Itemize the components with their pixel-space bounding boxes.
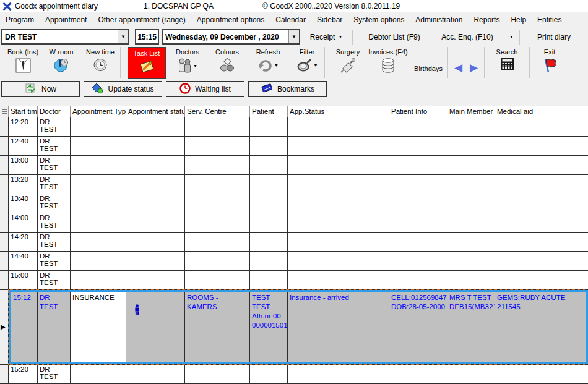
diary-nav: ◀ ▶	[448, 46, 484, 79]
col-patient[interactable]: Patient	[250, 106, 288, 117]
cell-appointment-status	[126, 292, 185, 362]
cell-start-time: 14:40	[9, 252, 38, 270]
menu-calendar[interactable]: Calendar	[270, 15, 311, 24]
toolbar-spacer	[0, 98, 588, 106]
update-status-button[interactable]: Update status	[84, 81, 162, 97]
current-row-marker-icon: ▶	[1, 324, 6, 330]
version-text: © GoodX 2000..2020 Version 8.0.2011.19	[262, 2, 400, 11]
bookmarks-button[interactable]: Bookmarks	[248, 81, 327, 97]
book-ins-button[interactable]: Book (Ins)	[4, 46, 42, 79]
task-list-button[interactable]: Task List	[128, 47, 166, 79]
menu-administration[interactable]: Administration	[410, 15, 468, 24]
next-day-button[interactable]: ▶	[470, 61, 478, 74]
menu-help[interactable]: Help	[505, 15, 532, 24]
new-time-button[interactable]: New time	[80, 46, 120, 79]
goodx-logo-icon	[2, 2, 12, 11]
table-row[interactable]: 13:40 DR TEST	[0, 194, 588, 213]
selected-appointment[interactable]: 15:12 DR TEST INSURANCE ROOMS - KAMERS T…	[9, 290, 588, 364]
table-row[interactable]: 12:20 DR TEST	[0, 117, 588, 137]
diary-grid: Start time Doctor Appointment Type Appoi…	[0, 106, 588, 384]
cell-serv-centre: ROOMS - KAMERS	[185, 292, 250, 362]
date-select-dropdown-icon[interactable]: ▼	[288, 30, 299, 43]
cell-start-time: 14:20	[9, 233, 38, 251]
cell-doctor: DR TEST	[38, 175, 71, 194]
print-diary-button[interactable]: Print diary	[520, 27, 588, 46]
colours-icon	[219, 58, 235, 72]
waiting-room-icon	[53, 58, 70, 73]
cell-doctor: DR TEST	[38, 233, 71, 251]
cell-doctor: DR TEST	[38, 156, 71, 174]
search-button[interactable]: Search	[485, 46, 529, 79]
grid-corner-icon[interactable]	[0, 106, 9, 117]
col-app-status[interactable]: App.Status	[288, 106, 389, 117]
cell-doctor: DR TEST	[38, 137, 71, 155]
waiting-list-button[interactable]: Waiting list	[166, 81, 244, 97]
col-doctor[interactable]: Doctor	[38, 106, 71, 117]
table-row[interactable]: 14:00 DR TEST	[0, 213, 588, 233]
suit-tie-icon	[15, 58, 32, 73]
invoices-stack-icon	[381, 58, 396, 74]
table-row[interactable]: 13:00 DR TEST	[0, 156, 588, 175]
now-button[interactable]: Now	[1, 81, 80, 97]
refresh-dropdown-icon[interactable]: ▼	[274, 63, 279, 67]
doctor-select-dropdown-icon[interactable]: ▼	[118, 30, 128, 43]
syringe-icon	[339, 58, 357, 74]
colours-button[interactable]: Colours	[209, 46, 245, 79]
filter-button[interactable]: Filter ▼	[290, 46, 324, 79]
wroom-button[interactable]: W-room	[42, 46, 80, 79]
table-row[interactable]: 14:40 DR TEST	[0, 252, 588, 271]
menu-other-appointment-range[interactable]: Other appointment (range)	[92, 15, 191, 24]
cell-doctor: DR TEST	[38, 252, 71, 270]
col-appointment-status[interactable]: Appointment status	[126, 106, 185, 117]
table-row[interactable]: 15:00 DR TEST	[0, 271, 588, 290]
cell-doctor: DR TEST	[38, 365, 71, 383]
col-main-member[interactable]: Main Member	[447, 106, 495, 117]
menu-appointment-options[interactable]: Appointment options	[191, 15, 270, 24]
selection-toolbar: DR TEST ▼ 15:15 Wednesday, 09 December ,…	[0, 27, 588, 46]
date-select[interactable]: Wednesday, 09 December , 2020 ▼	[162, 29, 300, 45]
doctors-dropdown-icon[interactable]: ▼	[193, 64, 197, 68]
search-calculator-icon	[500, 58, 514, 70]
waiting-list-clock-icon	[179, 83, 191, 96]
table-row[interactable]: 15:20 DR TEST	[0, 365, 588, 384]
doctor-select[interactable]: DR TEST ▼	[1, 29, 129, 45]
refresh-button[interactable]: Refresh ▼	[250, 46, 286, 79]
acc-enq-button[interactable]: Acc. Enq. (F10) ▼	[436, 27, 519, 46]
menu-program[interactable]: Program	[0, 15, 40, 24]
exit-button[interactable]: Exit	[530, 46, 569, 79]
col-medical-aid[interactable]: Medical aid	[495, 106, 588, 117]
surgery-button[interactable]: Surgery	[330, 46, 366, 79]
menu-bar: Program Appointment Other appointment (r…	[0, 12, 588, 27]
cell-patient-info: CELL:0125698472 DOB:28-05-2000	[389, 292, 447, 362]
time-field[interactable]: 15:15	[135, 29, 159, 45]
menu-reports[interactable]: Reports	[468, 15, 505, 24]
cell-patient: TEST TEST Afh.nr:00 000001501	[250, 292, 288, 362]
filter-magnifier-icon	[296, 58, 313, 72]
table-row[interactable]: 13:20 DR TEST	[0, 175, 588, 194]
menu-system-options[interactable]: System options	[348, 15, 410, 24]
previous-day-button[interactable]: ◀	[454, 61, 462, 74]
menu-sidebar[interactable]: Sidebar	[311, 15, 348, 24]
cell-appointment-type: INSURANCE	[71, 292, 126, 362]
receipt-button[interactable]: Receipt ▼	[300, 27, 352, 46]
col-appointment-type[interactable]: Appointment Type	[71, 106, 126, 117]
toolbar-separator	[120, 47, 121, 78]
birthdays-button[interactable]: Birthdays	[409, 46, 447, 79]
doctors-button[interactable]: Doctors ▼	[170, 46, 205, 79]
invoices-button[interactable]: Invoices (F4)	[367, 46, 409, 79]
cell-main-member: MRS T TEST DEB15(MB321)	[447, 292, 495, 362]
debtor-list-button[interactable]: Debtor List (F9)	[353, 27, 436, 46]
cell-start-time: 15:00	[9, 271, 38, 289]
col-start-time[interactable]: Start time	[9, 106, 38, 117]
table-row[interactable]: 12:40 DR TEST	[0, 137, 588, 156]
col-patient-info[interactable]: Patient Info	[389, 106, 447, 117]
filter-dropdown-icon[interactable]: ▼	[314, 63, 318, 67]
menu-appointment[interactable]: Appointment	[40, 15, 92, 24]
menu-entities[interactable]: Entities	[532, 15, 567, 24]
col-serv-centre[interactable]: Serv. Centre	[185, 106, 250, 117]
selected-appointment-row[interactable]: ▶ 15:12 DR TEST INSURANCE ROOMS - KAMERS…	[0, 290, 588, 365]
appointment-diary-window: Goodx appointment diary 1. DOCSPAN GP QA…	[0, 0, 588, 384]
row-gutter: ▶	[0, 290, 9, 364]
table-row[interactable]: 14:20 DR TEST	[0, 233, 588, 252]
task-list-icon	[138, 59, 155, 74]
